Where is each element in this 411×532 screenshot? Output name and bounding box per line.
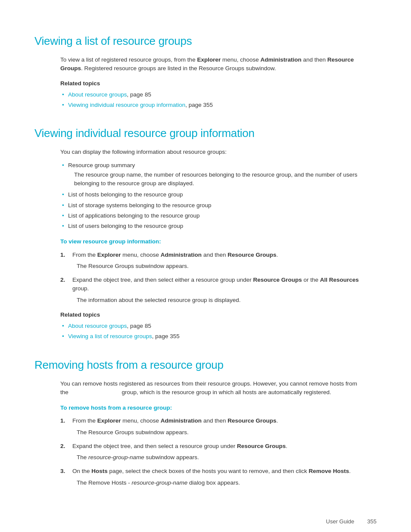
- step-1: 1. From the Explorer menu, choose Admini…: [60, 251, 377, 271]
- info-list: Resource group summary The resource grou…: [60, 161, 377, 231]
- footer-label: User Guide: [326, 517, 355, 526]
- page-ref: , page 355: [152, 333, 180, 339]
- list-item: Viewing individual resource group inform…: [60, 101, 377, 109]
- section-intro-2: You can display the following informatio…: [60, 148, 377, 156]
- view-steps: 1. From the Explorer menu, choose Admini…: [60, 251, 377, 305]
- footer: User Guide 355: [34, 513, 377, 526]
- list-item: List of storage systems belonging to the…: [60, 201, 377, 210]
- step-note: The Resource Groups subwindow appears.: [72, 262, 377, 271]
- list-item: Resource group summary The resource grou…: [60, 161, 377, 188]
- footer-page-number: 355: [367, 517, 377, 526]
- procedure-heading-remove: To remove hosts from a resource group:: [60, 404, 377, 412]
- footer-text: User Guide 355: [326, 517, 377, 526]
- procedure-heading-view: To view resource group information:: [60, 237, 377, 246]
- step-note: The Remove Hosts - resource-group-name d…: [72, 479, 377, 487]
- page-ref: , page 85: [127, 91, 151, 98]
- section-body-viewing-individual: You can display the following informatio…: [34, 148, 377, 341]
- list-item: About resource groups, page 85: [60, 90, 377, 99]
- step-content: Expand the object tree, and then select …: [72, 442, 377, 462]
- step-number: 3.: [60, 467, 72, 487]
- step-note: The resource-group-name subwindow appear…: [72, 453, 377, 462]
- link-about-resource-groups-1[interactable]: About resource groups: [68, 91, 127, 98]
- page-ref: , page 85: [127, 323, 151, 329]
- list-item-sub: The resource group name, the number of r…: [68, 171, 377, 188]
- step-content: Expand the object tree, and then select …: [72, 276, 377, 305]
- step-1: 1. From the Explorer menu, choose Admini…: [60, 417, 377, 437]
- list-item: Viewing a list of resource groups, page …: [60, 332, 377, 341]
- link-viewing-individual[interactable]: Viewing individual resource group inform…: [68, 102, 185, 108]
- related-topics-list-2: About resource groups, page 85 Viewing a…: [60, 322, 377, 341]
- step-note: The information about the selected resou…: [72, 296, 377, 305]
- remove-steps: 1. From the Explorer menu, choose Admini…: [60, 417, 377, 487]
- related-topics-heading-1: Related topics: [60, 79, 377, 88]
- step-note: The Resource Groups subwindow appears.: [72, 428, 377, 437]
- step-number: 1.: [60, 251, 72, 271]
- section-title-removing-hosts: Removing hosts from a resource group: [34, 357, 377, 373]
- section-body-viewing-list: To view a list of registered resource gr…: [34, 56, 377, 109]
- list-item: About resource groups, page 85: [60, 322, 377, 330]
- step-2: 2. Expand the object tree, and then sele…: [60, 276, 377, 305]
- section-title-viewing-list: Viewing a list of resource groups: [34, 33, 377, 50]
- step-content: From the Explorer menu, choose Administr…: [72, 417, 377, 437]
- step-number: 1.: [60, 417, 72, 437]
- related-topics-list-1: About resource groups, page 85 Viewing i…: [60, 90, 377, 110]
- step-content: On the Hosts page, select the check boxe…: [72, 467, 377, 487]
- section-body-removing-hosts: You can remove hosts registered as resou…: [34, 380, 377, 487]
- list-item: List of hosts belonging to the resource …: [60, 190, 377, 199]
- section-intro-3: You can remove hosts registered as resou…: [60, 380, 377, 397]
- step-number: 2.: [60, 276, 72, 305]
- page-ref: , page 355: [185, 102, 213, 108]
- step-number: 2.: [60, 442, 72, 462]
- list-item: List of users belonging to the resource …: [60, 222, 377, 230]
- step-2: 2. Expand the object tree, and then sele…: [60, 442, 377, 462]
- related-topics-heading-2: Related topics: [60, 311, 377, 319]
- section-title-viewing-individual: Viewing individual resource group inform…: [34, 125, 377, 142]
- section-intro: To view a list of registered resource gr…: [60, 56, 377, 73]
- step-content: From the Explorer menu, choose Administr…: [72, 251, 377, 271]
- link-about-resource-groups-2[interactable]: About resource groups: [68, 323, 127, 329]
- list-item: List of applications belonging to the re…: [60, 212, 377, 220]
- step-3: 3. On the Hosts page, select the check b…: [60, 467, 377, 487]
- link-viewing-list[interactable]: Viewing a list of resource groups: [68, 333, 152, 339]
